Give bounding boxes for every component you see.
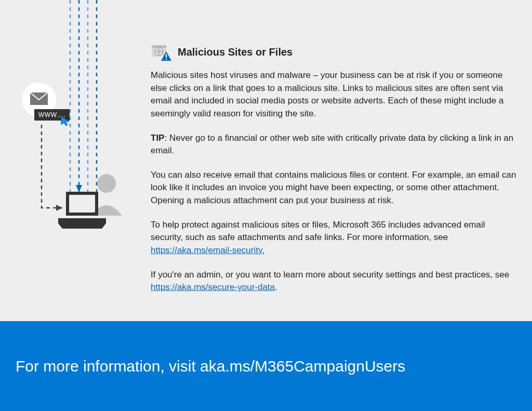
svg-point-7 [97,174,116,193]
paragraph-protection: To help protect against malicious sites … [151,219,520,257]
secure-data-link[interactable]: https://aka.ms/secure-your-data [151,282,275,292]
svg-rect-8 [68,193,97,214]
svg-marker-10 [58,223,106,229]
malicious-site-icon [151,44,171,60]
section-heading: Malicious Sites or Files [178,46,292,58]
email-security-link[interactable]: https://aka.ms/email-security. [151,245,264,255]
threat-illustration: WWW…. [0,0,151,244]
envelope-icon [30,92,48,105]
footer-banner: For more information, visit aka.ms/M365C… [0,321,532,411]
section-header: Malicious Sites or Files [151,44,520,60]
tip-label: TIP [151,133,164,143]
paragraph-intro: Malicious sites host viruses and malware… [151,69,520,121]
svg-marker-11 [61,116,69,126]
footer-text: For more information, visit aka.ms/M365C… [16,357,405,375]
paragraph-attachments: You can also receive email that contains… [151,169,520,207]
svg-rect-9 [58,218,106,223]
svg-marker-3 [76,185,82,192]
protection-text: To help protect against malicious sites … [151,220,485,243]
svg-rect-19 [166,59,167,60]
svg-rect-18 [166,54,167,58]
admin-text-end: . [275,282,277,292]
paragraph-admin: If you're an admin, or you want to learn… [151,269,520,294]
paragraph-tip: TIP: Never go to a financial or other we… [151,132,520,157]
article-content: Malicious Sites or Files Malicious sites… [151,44,520,306]
admin-text: If you're an admin, or you want to learn… [151,270,509,280]
section-body: Malicious sites host viruses and malware… [151,69,520,294]
cursor-icon [60,115,72,127]
tip-text: : Never go to a financial or other web s… [151,133,513,156]
svg-marker-6 [56,205,62,211]
